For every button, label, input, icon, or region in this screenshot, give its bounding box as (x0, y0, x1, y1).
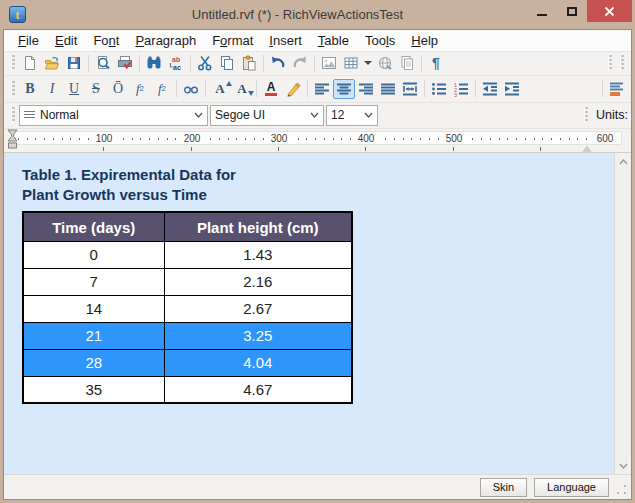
menu-insert[interactable]: Insert (261, 31, 310, 50)
menu-format[interactable]: Format (204, 31, 261, 50)
align-right-button[interactable] (355, 79, 377, 99)
align-center-icon (336, 81, 352, 97)
print-button[interactable] (114, 53, 136, 73)
paragraph-color-icon (609, 81, 625, 97)
cell-time[interactable]: 14 (23, 295, 164, 322)
separator (475, 80, 476, 97)
subscript-button[interactable]: f2 (129, 79, 151, 99)
menu-paragraph[interactable]: Paragraph (127, 31, 204, 50)
svg-text:3: 3 (454, 91, 457, 97)
close-button[interactable] (587, 0, 632, 22)
document-canvas[interactable]: Table 1. Expiremental Data for Plant Gro… (4, 153, 614, 474)
paste-button[interactable] (238, 53, 260, 73)
decrease-indent-button[interactable] (479, 79, 501, 99)
hyperlink-button[interactable] (374, 53, 396, 73)
numbering-button[interactable]: 123 (450, 79, 472, 99)
print-preview-button[interactable] (92, 53, 114, 73)
cell-time[interactable]: 21 (23, 322, 164, 349)
strikethrough-button[interactable]: S (85, 79, 107, 99)
paragraph-color-button[interactable] (606, 79, 628, 99)
cell-time[interactable]: 35 (23, 376, 164, 403)
italic-button[interactable]: I (41, 79, 63, 99)
separator (190, 55, 191, 72)
scroll-up-button[interactable] (615, 153, 631, 170)
font-size-combo[interactable]: 12 (326, 105, 378, 126)
left-indent-marker[interactable] (7, 129, 18, 150)
shrink-font-button[interactable]: A (231, 79, 253, 99)
paragraph-style-combo[interactable]: Normal (19, 105, 208, 126)
save-button[interactable] (63, 53, 85, 73)
copy-button[interactable] (216, 53, 238, 73)
ruler-number: 100 (91, 132, 117, 145)
menu-font[interactable]: Font (85, 31, 127, 50)
replace-button[interactable]: abac (165, 53, 187, 73)
cut-button[interactable] (194, 53, 216, 73)
table-row-selected: 28 4.04 (23, 349, 352, 376)
table-header-row: Time (days) Plant height (cm) (23, 212, 352, 241)
font-color-button[interactable]: A (260, 79, 282, 99)
minimize-button[interactable] (527, 0, 557, 22)
bold-button[interactable]: B (19, 79, 41, 99)
menu-table[interactable]: Table (310, 31, 357, 50)
grow-font-button[interactable]: A (209, 79, 231, 99)
cell-height[interactable]: 4.04 (164, 349, 352, 376)
toolbar-grip[interactable] (11, 107, 15, 123)
cell-height[interactable]: 3.25 (164, 322, 352, 349)
insert-table-button[interactable] (340, 53, 362, 73)
ruler-band[interactable]: 100 200 300 400 500 600 (14, 131, 622, 145)
cell-height[interactable]: 4.67 (164, 376, 352, 403)
language-button[interactable]: Language (534, 478, 609, 497)
header-cell-height[interactable]: Plant height (cm) (164, 212, 352, 241)
character-spacing-button[interactable] (180, 79, 202, 99)
app-icon: t (9, 6, 26, 23)
redo-button[interactable] (289, 53, 311, 73)
new-document-icon (22, 55, 38, 71)
skin-button[interactable]: Skin (480, 478, 527, 497)
menu-help[interactable]: Help (403, 31, 446, 50)
header-cell-time[interactable]: Time (days) (23, 212, 164, 241)
align-left-button[interactable] (311, 79, 333, 99)
bullets-button[interactable] (428, 79, 450, 99)
toolbar-grip[interactable] (608, 55, 612, 71)
undo-button[interactable] (267, 53, 289, 73)
scroll-down-button[interactable] (615, 457, 631, 474)
find-button[interactable] (143, 53, 165, 73)
right-indent-marker[interactable] (582, 146, 592, 153)
separator (314, 55, 315, 72)
justify-button[interactable] (377, 79, 399, 99)
cell-height[interactable]: 2.67 (164, 295, 352, 322)
menu-tools[interactable]: Tools (357, 31, 403, 50)
toolbar-grip[interactable] (620, 55, 624, 71)
toolbar-grip[interactable] (584, 107, 588, 123)
cell-time[interactable]: 0 (23, 241, 164, 268)
insert-table-dropdown[interactable] (362, 53, 374, 73)
document-area: Table 1. Expiremental Data for Plant Gro… (4, 153, 631, 474)
cell-time[interactable]: 28 (23, 349, 164, 376)
cell-time[interactable]: 7 (23, 268, 164, 295)
superscript-button[interactable]: f2 (151, 79, 173, 99)
insert-picture-button[interactable] (318, 53, 340, 73)
toolbar-grip[interactable] (11, 55, 15, 71)
show-formatting-marks-button[interactable]: ¶ (425, 53, 447, 73)
menu-edit[interactable]: Edit (47, 31, 85, 50)
cell-height[interactable]: 2.16 (164, 268, 352, 295)
increase-indent-button[interactable] (501, 79, 523, 99)
maximize-button[interactable] (557, 0, 587, 22)
table-caption-line1: Table 1. Expiremental Data for (22, 165, 614, 185)
overline-button[interactable]: Ō (107, 79, 129, 99)
highlight-button[interactable] (282, 79, 304, 99)
cell-height[interactable]: 1.43 (164, 241, 352, 268)
distribute-button[interactable] (399, 79, 421, 99)
underline-button[interactable]: U (63, 79, 85, 99)
insert-document-button[interactable] (396, 53, 418, 73)
vertical-scrollbar[interactable] (614, 153, 631, 474)
resize-grip[interactable] (616, 484, 627, 495)
align-center-button[interactable] (333, 79, 355, 99)
title-bar[interactable]: t Untitled.rvf (*) - RichViewActionsTest (3, 0, 632, 29)
font-name-combo[interactable]: Segoe UI (210, 105, 324, 126)
menu-file[interactable]: File (10, 31, 47, 50)
new-document-button[interactable] (19, 53, 41, 73)
toolbar-grip[interactable] (11, 81, 15, 97)
paste-icon (241, 55, 257, 71)
open-button[interactable] (41, 53, 63, 73)
